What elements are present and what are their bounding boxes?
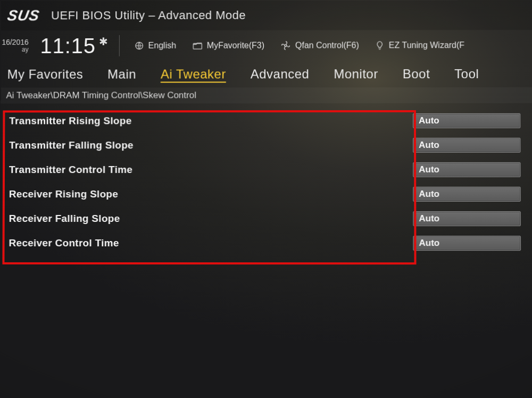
info-bar: 16/2016 ay 11:15 ✱ English [1,30,532,61]
gear-icon[interactable]: ✱ [99,36,109,47]
my-favorite-label: MyFavorite(F3) [207,41,264,51]
date-line2: ay [1,46,29,53]
setting-label: Receiver Rising Slope [9,188,413,200]
setting-label: Transmitter Rising Slope [9,115,413,127]
setting-value-cell: Auto [413,236,525,251]
setting-row-receiver-falling-slope[interactable]: Receiver Falling Slope Auto [1,206,532,231]
bulb-icon [375,40,385,51]
setting-label: Transmitter Falling Slope [9,139,413,151]
ez-tuning-wizard-button[interactable]: EZ Tuning Wizard(F [371,37,469,54]
ez-tuning-label: EZ Tuning Wizard(F [389,40,464,50]
setting-value-field[interactable]: Auto [413,211,521,226]
setting-value-field[interactable]: Auto [413,236,521,251]
setting-label: Receiver Falling Slope [9,213,413,225]
tab-main[interactable]: Main [106,64,137,85]
setting-value-cell: Auto [413,138,525,153]
breadcrumb: Ai Tweaker\DRAM Timing Control\Skew Cont… [1,87,532,104]
setting-value-field[interactable]: Auto [413,187,521,202]
my-favorite-button[interactable]: MyFavorite(F3) [188,38,269,54]
fan-icon [280,40,291,51]
clock-time: 11:15 [40,34,96,58]
tab-tool[interactable]: Tool [453,63,480,85]
utility-title: UEFI BIOS Utility – Advanced Mode [51,9,246,22]
setting-row-receiver-control-time[interactable]: Receiver Control Time Auto [1,231,532,255]
language-label: English [148,41,176,51]
qfan-label: Qfan Control(F6) [295,40,359,50]
globe-icon [135,41,144,51]
tab-my-favorites[interactable]: My Favorites [6,64,85,85]
setting-label: Transmitter Control Time [9,164,413,176]
setting-label: Receiver Control Time [9,237,413,249]
content-area: Transmitter Rising Slope Auto Transmitte… [1,103,532,258]
tab-bar: My Favorites Main Ai Tweaker Advanced Mo… [1,61,532,88]
setting-value-field[interactable]: Auto [413,138,520,153]
setting-value-cell: Auto [413,162,525,177]
date-block: 16/2016 ay [1,38,33,53]
setting-value-cell: Auto [413,211,525,226]
vertical-divider [119,35,120,56]
setting-row-receiver-rising-slope[interactable]: Receiver Rising Slope Auto [1,182,532,206]
bios-screen: SUS UEFI BIOS Utility – Advanced Mode 16… [0,0,532,398]
breadcrumb-path: Ai Tweaker\DRAM Timing Control\Skew Cont… [6,90,196,101]
tab-ai-tweaker[interactable]: Ai Tweaker [160,64,227,85]
setting-row-transmitter-rising-slope[interactable]: Transmitter Rising Slope Auto [1,109,532,134]
setting-value-field[interactable]: Auto [413,162,521,177]
setting-value-field[interactable]: Auto [413,113,520,128]
brand-row: SUS UEFI BIOS Utility – Advanced Mode [1,0,532,30]
qfan-control-button[interactable]: Qfan Control(F6) [276,37,363,54]
language-selector[interactable]: English [130,38,180,54]
settings-list: Transmitter Rising Slope Auto Transmitte… [1,106,532,258]
setting-value-cell: Auto [413,187,525,202]
brand-logo: SUS [6,7,41,24]
tab-monitor[interactable]: Monitor [332,63,379,85]
date-line1: 16/2016 [1,38,29,46]
clock: 11:15 ✱ [40,34,109,58]
setting-row-transmitter-control-time[interactable]: Transmitter Control Time Auto [1,157,532,182]
tab-advanced[interactable]: Advanced [250,63,311,85]
svg-point-2 [285,45,287,47]
folder-icon [192,42,203,50]
setting-value-cell: Auto [413,113,525,128]
setting-row-transmitter-falling-slope[interactable]: Transmitter Falling Slope Auto [1,133,532,157]
tab-boot[interactable]: Boot [402,63,431,85]
